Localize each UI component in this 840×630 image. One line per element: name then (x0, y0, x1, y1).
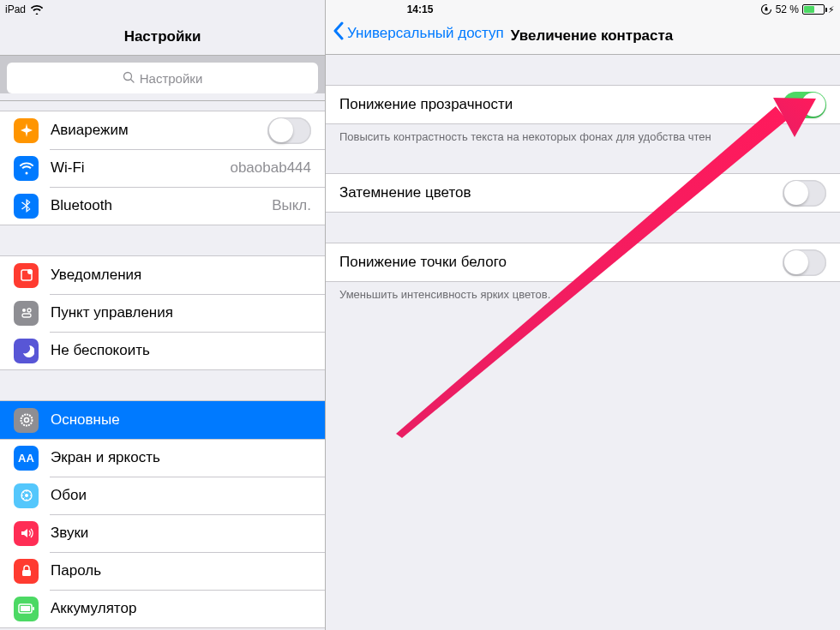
sidebar-group: Уведомления Пункт управления Не беспокои… (0, 255, 325, 370)
search-placeholder: Настройки (140, 71, 203, 86)
detail-group: Затемнение цветов (326, 173, 840, 213)
sidebar-item-wallpaper[interactable]: Обои (0, 477, 325, 514)
charging-icon: ⚡︎ (828, 4, 835, 15)
back-button[interactable]: Универсальный доступ (333, 21, 504, 45)
svg-point-5 (22, 309, 26, 312)
svg-rect-15 (33, 607, 34, 610)
svg-rect-14 (21, 606, 30, 611)
row-label: Аккумулятор (51, 600, 311, 617)
row-footer: Повысить контрастность текста на некотор… (326, 124, 840, 143)
notifications-icon (14, 263, 39, 288)
lock-icon (14, 559, 39, 584)
svg-rect-7 (22, 314, 31, 317)
row-label: Экран и яркость (51, 449, 311, 466)
row-label: Понижение прозрачности (339, 96, 783, 113)
row-darken-colors[interactable]: Затемнение цветов (326, 173, 840, 213)
sidebar-group: Авиарежим Wi-Fi obaobab444 Bluetooth Вык… (0, 111, 325, 225)
dnd-icon (14, 339, 39, 363)
back-label: Универсальный доступ (347, 25, 504, 42)
wifi-icon (31, 5, 43, 15)
svg-line-2 (130, 79, 134, 82)
row-label: Пароль (51, 562, 311, 579)
sidebar-item-general[interactable]: Основные (0, 401, 325, 439)
sidebar-item-airplane[interactable]: Авиарежим (0, 111, 325, 149)
row-reduce-white-point[interactable]: Понижение точки белого (326, 243, 840, 282)
detail-group: Понижение точки белого Уменьшить интенси… (326, 243, 840, 301)
sidebar-item-battery[interactable]: Аккумулятор (0, 590, 325, 627)
battery-icon (802, 4, 825, 15)
row-label: Обои (51, 487, 311, 504)
row-label: Пункт управления (51, 304, 311, 321)
control-center-icon (14, 301, 39, 326)
bluetooth-value: Выкл. (272, 197, 311, 214)
sidebar-item-dnd[interactable]: Не беспокоить (0, 332, 325, 369)
reduce-transparency-toggle[interactable] (783, 92, 826, 118)
clock: 14:15 (407, 3, 434, 15)
search-input[interactable]: Настройки (7, 63, 318, 93)
svg-point-6 (27, 309, 31, 312)
row-label: Bluetooth (51, 197, 272, 214)
row-label: Авиарежим (51, 122, 267, 139)
battery-settings-icon (14, 597, 39, 621)
row-reduce-transparency[interactable]: Понижение прозрачности (326, 85, 840, 124)
sidebar-item-controlcenter[interactable]: Пункт управления (0, 294, 325, 332)
wifi-settings-icon (14, 156, 39, 181)
svg-rect-12 (22, 570, 31, 576)
device-label: iPad (5, 3, 26, 15)
display-icon: AA (14, 446, 39, 471)
row-label: Звуки (51, 525, 311, 542)
row-label: Понижение точки белого (339, 254, 783, 271)
wifi-value: obaobab444 (230, 159, 311, 177)
reduce-white-point-toggle[interactable] (783, 249, 826, 276)
row-label: Wi-Fi (51, 159, 230, 177)
darken-colors-toggle[interactable] (783, 180, 826, 207)
sidebar-item-wifi[interactable]: Wi-Fi obaobab444 (0, 149, 325, 187)
row-label: Основные (51, 411, 311, 429)
sidebar-item-notifications[interactable]: Уведомления (0, 256, 325, 294)
page-title: Увеличение контраста (511, 27, 673, 45)
orientation-lock-icon (760, 3, 772, 15)
airplane-icon (14, 118, 39, 143)
sidebar-item-bluetooth[interactable]: Bluetooth Выкл. (0, 187, 325, 225)
chevron-left-icon (333, 21, 344, 45)
row-label: Затемнение цветов (339, 184, 783, 201)
svg-point-9 (24, 418, 28, 423)
sidebar-group: Основные AA Экран и яркость Обои Звуки (0, 400, 325, 628)
bluetooth-icon (14, 194, 39, 219)
svg-point-4 (27, 269, 33, 274)
sidebar-item-display[interactable]: AA Экран и яркость (0, 439, 325, 477)
wallpaper-icon (14, 483, 39, 508)
search-icon (123, 71, 135, 86)
sound-icon (14, 521, 39, 546)
gear-icon (14, 408, 39, 433)
row-label: Уведомления (51, 267, 311, 284)
status-bar: iPad 14:15 52 % ⚡︎ (0, 0, 840, 19)
svg-point-11 (25, 494, 28, 497)
detail-group: Понижение прозрачности Повысить контраст… (326, 85, 840, 143)
airplane-toggle[interactable] (267, 117, 311, 144)
detail-pane: Универсальный доступ Увеличение контраст… (325, 0, 840, 630)
sidebar-item-passcode[interactable]: Пароль (0, 552, 325, 590)
sidebar-item-sounds[interactable]: Звуки (0, 514, 325, 552)
row-label: Не беспокоить (51, 342, 311, 359)
row-footer: Уменьшить интенсивность ярких цветов. (326, 282, 840, 301)
sidebar: Настройки Настройки Авиарежим (0, 0, 325, 630)
battery-percent: 52 % (776, 3, 799, 15)
svg-point-8 (21, 415, 32, 426)
